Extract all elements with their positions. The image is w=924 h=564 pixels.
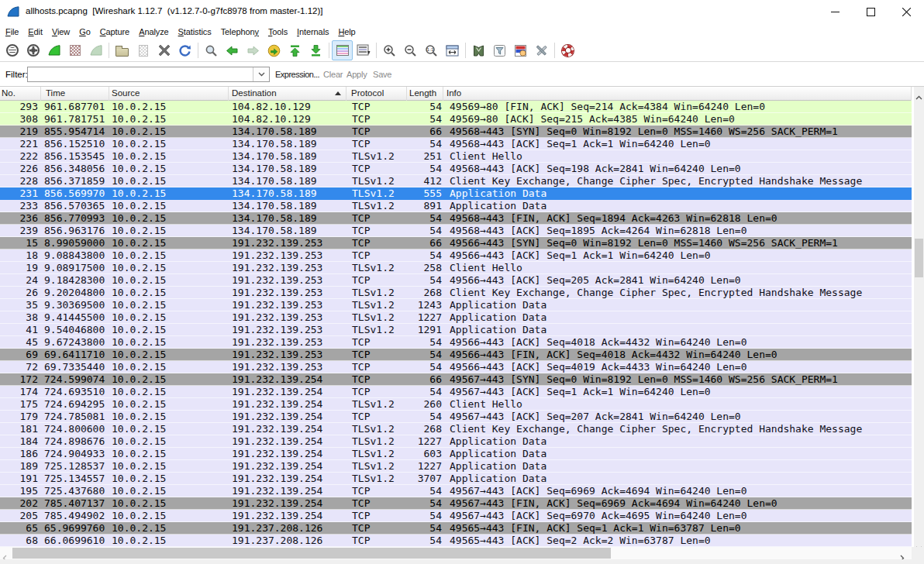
capture-restart-icon[interactable]	[85, 40, 106, 60]
packet-row-175[interactable]: 175724.69429510.0.2.15191.232.139.254TLS…	[0, 398, 912, 411]
go-to-packet-icon[interactable]	[264, 40, 284, 60]
colorize-icon[interactable]	[332, 40, 353, 60]
packet-row-226[interactable]: 226856.34805610.0.2.15134.170.58.189TCP5…	[0, 163, 912, 175]
capture-options-icon[interactable]	[22, 40, 43, 60]
vertical-scrollbar-thumb[interactable]	[915, 239, 923, 277]
list-interfaces-icon[interactable]	[2, 40, 22, 60]
auto-scroll-icon[interactable]	[353, 40, 374, 60]
cell-protocol: TCP	[346, 138, 407, 150]
packet-row-195[interactable]: 195725.43768010.0.2.15191.232.139.254TCP…	[0, 485, 912, 497]
resize-columns-icon[interactable]	[442, 40, 463, 60]
packet-row-181[interactable]: 181724.80060010.0.2.15191.232.139.254TLS…	[0, 423, 912, 435]
packet-row-15[interactable]: 158.9905900010.0.2.15191.232.139.253TCP6…	[0, 237, 912, 249]
capture-filters-icon[interactable]	[468, 40, 489, 60]
scroll-up-icon[interactable]	[915, 89, 922, 103]
packet-row-186[interactable]: 186724.90493310.0.2.15191.232.139.254TLS…	[0, 448, 912, 460]
packet-row-184[interactable]: 184724.89867610.0.2.15191.232.139.254TLS…	[0, 435, 912, 448]
menu-statistics[interactable]: Statistics	[174, 26, 216, 38]
menu-telephony[interactable]: Telephony	[216, 26, 264, 38]
expression-button[interactable]: Expression...	[275, 70, 319, 79]
cell-protocol: TCP	[346, 411, 407, 422]
close-button[interactable]	[888, 0, 924, 23]
packet-row-65[interactable]: 6565.969976010.0.2.15191.237.208.126TCP5…	[0, 522, 912, 535]
packet-row-189[interactable]: 189725.12853710.0.2.15191.232.139.254TLS…	[0, 460, 912, 473]
zoom-in-icon[interactable]	[379, 40, 400, 60]
vertical-scrollbar[interactable]	[912, 87, 924, 547]
minimize-button[interactable]	[817, 0, 853, 23]
open-file-icon[interactable]	[112, 40, 133, 60]
zoom-normal-icon[interactable]: 1:1	[421, 40, 442, 60]
packet-row-179[interactable]: 179724.78508110.0.2.15191.232.139.254TCP…	[0, 411, 912, 423]
packet-row-236[interactable]: 236856.77099310.0.2.15134.170.58.189TCP5…	[0, 212, 912, 225]
save-file-icon[interactable]	[133, 40, 153, 60]
packet-row-174[interactable]: 174724.69351010.0.2.15191.232.139.254TCP…	[0, 386, 912, 398]
cell-info: 49565→443 [ACK] Seq=2 Ack=2 Win=63787 Le…	[443, 535, 912, 546]
close-file-icon[interactable]	[153, 40, 174, 60]
apply-button[interactable]: Apply	[346, 70, 367, 79]
packet-row-231[interactable]: 231856.56997010.0.2.15134.170.58.189TLSv…	[0, 187, 912, 200]
packet-row-24[interactable]: 249.1842830010.0.2.15191.232.139.253TCP5…	[0, 274, 912, 287]
column-header-length[interactable]: Length	[407, 87, 443, 101]
menu-go[interactable]: Go	[74, 26, 95, 38]
cell-destination: 191.237.208.126	[229, 522, 346, 534]
packet-row-219[interactable]: 219855.95471410.0.2.15134.170.58.189TCP6…	[0, 126, 912, 138]
column-header-no[interactable]: No.	[0, 87, 41, 101]
save-filter-button[interactable]: Save	[373, 70, 391, 79]
packet-row-222[interactable]: 222856.15354510.0.2.15134.170.58.189TLSv…	[0, 150, 912, 163]
filter-dropdown-icon[interactable]	[253, 67, 269, 81]
packet-row-172[interactable]: 172724.59907410.0.2.15191.232.139.254TCP…	[0, 373, 912, 386]
display-filters-icon[interactable]	[489, 40, 510, 60]
column-header-protocol[interactable]: Protocol	[346, 87, 407, 101]
packet-row-308[interactable]: 308961.78175110.0.2.15104.82.10.129TCP54…	[0, 113, 912, 126]
packet-row-45[interactable]: 459.6724380010.0.2.15191.232.139.253TCP5…	[0, 336, 912, 349]
packet-row-72[interactable]: 7269.733544010.0.2.15191.232.139.253TCP5…	[0, 361, 912, 373]
preferences-icon[interactable]	[531, 40, 552, 60]
packet-row-68[interactable]: 6866.069961010.0.2.15191.237.208.126TCP5…	[0, 535, 912, 547]
packet-row-69[interactable]: 6969.641171010.0.2.15191.232.139.253TCP5…	[0, 349, 912, 361]
packet-row-38[interactable]: 389.4144550010.0.2.15191.232.139.253TLSv…	[0, 311, 912, 324]
help-icon[interactable]	[557, 40, 578, 60]
menu-capture[interactable]: Capture	[95, 26, 134, 38]
packet-row-233[interactable]: 233856.57036510.0.2.15134.170.58.189TLSv…	[0, 200, 912, 212]
packet-row-205[interactable]: 205785.49490210.0.2.15191.232.139.254TCP…	[0, 510, 912, 522]
menu-view[interactable]: View	[47, 26, 74, 38]
column-header-info[interactable]: Info	[443, 87, 912, 101]
menu-internals[interactable]: Internals	[292, 26, 333, 38]
menu-file[interactable]: File	[1, 26, 23, 38]
zoom-out-icon[interactable]	[400, 40, 421, 60]
find-packet-icon[interactable]	[201, 40, 222, 60]
column-header-source[interactable]: Source	[109, 87, 229, 101]
menu-tools[interactable]: Tools	[264, 26, 292, 38]
packet-row-18[interactable]: 189.0884380010.0.2.15191.232.139.253TCP5…	[0, 249, 912, 262]
reload-icon[interactable]	[174, 40, 195, 60]
packet-row-228[interactable]: 228856.37185910.0.2.15134.170.58.189TLSv…	[0, 175, 912, 187]
packet-row-35[interactable]: 359.3036950010.0.2.15191.232.139.253TLSv…	[0, 299, 912, 311]
go-to-top-icon[interactable]	[284, 40, 305, 60]
packet-row-293[interactable]: 293961.68770110.0.2.15104.82.10.129TCP54…	[0, 101, 912, 113]
packet-row-41[interactable]: 419.5404680010.0.2.15191.232.139.253TLSv…	[0, 324, 912, 336]
capture-stop-icon[interactable]	[64, 40, 85, 60]
packet-row-19[interactable]: 199.0891750010.0.2.15191.232.139.253TLSv…	[0, 262, 912, 274]
clear-button[interactable]: Clear	[323, 70, 343, 79]
column-header-time[interactable]: Time	[41, 87, 109, 101]
horizontal-scrollbar-thumb[interactable]	[12, 548, 611, 559]
go-back-icon[interactable]	[222, 40, 243, 60]
menu-edit[interactable]: Edit	[23, 26, 47, 38]
menu-analyze[interactable]: Analyze	[134, 26, 173, 38]
maximize-button[interactable]	[853, 0, 888, 23]
packet-row-202[interactable]: 202785.40713710.0.2.15191.232.139.254TCP…	[0, 497, 912, 510]
coloring-rules-icon[interactable]	[510, 40, 531, 60]
go-to-bottom-icon[interactable]	[305, 40, 326, 60]
packet-row-26[interactable]: 269.2020480010.0.2.15191.232.139.253TLSv…	[0, 287, 912, 299]
packet-row-239[interactable]: 239856.96317610.0.2.15134.170.58.189TCP5…	[0, 225, 912, 237]
go-forward-icon[interactable]	[243, 40, 264, 60]
cell-info: Client Hello	[443, 150, 912, 162]
cell-info: Client Hello	[443, 262, 912, 273]
cell-length: 1227	[407, 460, 443, 472]
capture-start-icon[interactable]	[43, 40, 64, 60]
menu-help[interactable]: Help	[333, 26, 360, 38]
packet-row-221[interactable]: 221856.15251010.0.2.15134.170.58.189TCP5…	[0, 138, 912, 150]
packet-row-191[interactable]: 191725.13455710.0.2.15191.232.139.254TLS…	[0, 473, 912, 485]
filter-input[interactable]	[27, 67, 270, 82]
column-header-destination[interactable]: Destination	[229, 87, 346, 101]
